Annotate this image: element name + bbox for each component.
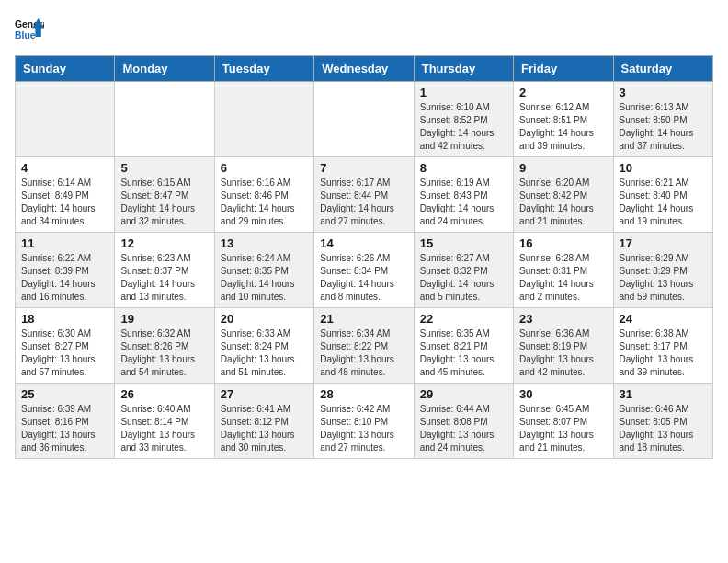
weekday-header-friday: Friday xyxy=(514,56,613,82)
calendar-day-cell: 27Sunrise: 6:41 AM Sunset: 8:12 PM Dayli… xyxy=(214,384,313,459)
day-number: 3 xyxy=(620,86,707,99)
day-info: Sunrise: 6:16 AM Sunset: 8:46 PM Dayligh… xyxy=(221,177,308,228)
calendar-day-cell: 4Sunrise: 6:14 AM Sunset: 8:49 PM Daylig… xyxy=(16,157,115,233)
day-number: 9 xyxy=(519,161,607,175)
calendar-day-cell: 11Sunrise: 6:22 AM Sunset: 8:39 PM Dayli… xyxy=(16,233,115,308)
calendar-day-cell: 31Sunrise: 6:46 AM Sunset: 8:05 PM Dayli… xyxy=(613,384,712,459)
day-number: 6 xyxy=(221,161,308,175)
day-info: Sunrise: 6:22 AM Sunset: 8:39 PM Dayligh… xyxy=(21,252,108,304)
calendar-day-cell: 7Sunrise: 6:17 AM Sunset: 8:44 PM Daylig… xyxy=(314,157,414,233)
weekday-header-monday: Monday xyxy=(115,56,214,82)
header: General Blue xyxy=(15,15,713,44)
day-info: Sunrise: 6:36 AM Sunset: 8:19 PM Dayligh… xyxy=(519,327,607,379)
calendar-header-row: SundayMondayTuesdayWednesdayThursdayFrid… xyxy=(16,56,713,82)
day-info: Sunrise: 6:12 AM Sunset: 8:51 PM Dayligh… xyxy=(519,101,607,153)
svg-text:Blue: Blue xyxy=(15,30,36,40)
day-number: 20 xyxy=(221,312,308,326)
day-number: 22 xyxy=(420,312,507,326)
day-number: 23 xyxy=(519,312,607,326)
day-info: Sunrise: 6:15 AM Sunset: 8:47 PM Dayligh… xyxy=(120,177,208,228)
logo-icon: General Blue xyxy=(15,15,44,44)
day-info: Sunrise: 6:21 AM Sunset: 8:40 PM Dayligh… xyxy=(620,177,707,228)
day-number: 4 xyxy=(21,161,108,175)
day-number: 10 xyxy=(620,161,707,175)
day-number: 29 xyxy=(420,387,507,401)
calendar-day-cell xyxy=(314,82,414,157)
calendar-day-cell: 1Sunrise: 6:10 AM Sunset: 8:52 PM Daylig… xyxy=(414,82,513,157)
day-number: 27 xyxy=(221,387,308,401)
day-info: Sunrise: 6:45 AM Sunset: 8:07 PM Dayligh… xyxy=(519,403,607,454)
calendar-day-cell: 12Sunrise: 6:23 AM Sunset: 8:37 PM Dayli… xyxy=(115,233,214,308)
calendar-day-cell: 6Sunrise: 6:16 AM Sunset: 8:46 PM Daylig… xyxy=(214,157,313,233)
day-number: 18 xyxy=(21,312,108,326)
calendar-week-row: 25Sunrise: 6:39 AM Sunset: 8:16 PM Dayli… xyxy=(16,384,713,459)
day-info: Sunrise: 6:10 AM Sunset: 8:52 PM Dayligh… xyxy=(420,101,507,153)
day-info: Sunrise: 6:29 AM Sunset: 8:29 PM Dayligh… xyxy=(620,252,707,304)
day-info: Sunrise: 6:14 AM Sunset: 8:49 PM Dayligh… xyxy=(21,177,108,228)
calendar-day-cell: 22Sunrise: 6:35 AM Sunset: 8:21 PM Dayli… xyxy=(414,308,513,384)
day-info: Sunrise: 6:33 AM Sunset: 8:24 PM Dayligh… xyxy=(221,327,308,379)
calendar-day-cell: 9Sunrise: 6:20 AM Sunset: 8:42 PM Daylig… xyxy=(514,157,613,233)
calendar-day-cell xyxy=(214,82,313,157)
day-number: 8 xyxy=(420,161,507,175)
calendar-day-cell: 15Sunrise: 6:27 AM Sunset: 8:32 PM Dayli… xyxy=(414,233,513,308)
calendar-day-cell: 26Sunrise: 6:40 AM Sunset: 8:14 PM Dayli… xyxy=(115,384,214,459)
day-info: Sunrise: 6:19 AM Sunset: 8:43 PM Dayligh… xyxy=(420,177,507,228)
calendar-day-cell: 28Sunrise: 6:42 AM Sunset: 8:10 PM Dayli… xyxy=(314,384,414,459)
day-number: 14 xyxy=(320,236,407,250)
calendar-week-row: 18Sunrise: 6:30 AM Sunset: 8:27 PM Dayli… xyxy=(16,308,713,384)
weekday-header-tuesday: Tuesday xyxy=(214,56,313,82)
day-number: 15 xyxy=(420,236,507,250)
calendar-day-cell: 10Sunrise: 6:21 AM Sunset: 8:40 PM Dayli… xyxy=(613,157,712,233)
day-number: 28 xyxy=(320,387,407,401)
day-info: Sunrise: 6:30 AM Sunset: 8:27 PM Dayligh… xyxy=(21,327,108,379)
day-number: 13 xyxy=(221,236,308,250)
day-info: Sunrise: 6:44 AM Sunset: 8:08 PM Dayligh… xyxy=(420,403,507,454)
calendar-day-cell: 23Sunrise: 6:36 AM Sunset: 8:19 PM Dayli… xyxy=(514,308,613,384)
calendar-day-cell: 13Sunrise: 6:24 AM Sunset: 8:35 PM Dayli… xyxy=(214,233,313,308)
day-number: 21 xyxy=(320,312,407,326)
day-info: Sunrise: 6:40 AM Sunset: 8:14 PM Dayligh… xyxy=(120,403,208,454)
calendar-table: SundayMondayTuesdayWednesdayThursdayFrid… xyxy=(15,55,713,459)
calendar-week-row: 4Sunrise: 6:14 AM Sunset: 8:49 PM Daylig… xyxy=(16,157,713,233)
day-number: 25 xyxy=(21,387,108,401)
calendar-day-cell: 19Sunrise: 6:32 AM Sunset: 8:26 PM Dayli… xyxy=(115,308,214,384)
day-number: 17 xyxy=(620,236,707,250)
calendar-day-cell: 21Sunrise: 6:34 AM Sunset: 8:22 PM Dayli… xyxy=(314,308,414,384)
day-info: Sunrise: 6:27 AM Sunset: 8:32 PM Dayligh… xyxy=(420,252,507,304)
day-info: Sunrise: 6:17 AM Sunset: 8:44 PM Dayligh… xyxy=(320,177,407,228)
day-number: 7 xyxy=(320,161,407,175)
day-info: Sunrise: 6:23 AM Sunset: 8:37 PM Dayligh… xyxy=(120,252,208,304)
calendar-week-row: 1Sunrise: 6:10 AM Sunset: 8:52 PM Daylig… xyxy=(16,82,713,157)
day-number: 12 xyxy=(120,236,208,250)
day-info: Sunrise: 6:39 AM Sunset: 8:16 PM Dayligh… xyxy=(21,403,108,454)
day-info: Sunrise: 6:13 AM Sunset: 8:50 PM Dayligh… xyxy=(620,101,707,153)
calendar-day-cell: 8Sunrise: 6:19 AM Sunset: 8:43 PM Daylig… xyxy=(414,157,513,233)
calendar-day-cell: 18Sunrise: 6:30 AM Sunset: 8:27 PM Dayli… xyxy=(16,308,115,384)
calendar-day-cell: 5Sunrise: 6:15 AM Sunset: 8:47 PM Daylig… xyxy=(115,157,214,233)
day-number: 26 xyxy=(120,387,208,401)
day-number: 1 xyxy=(420,86,507,99)
day-info: Sunrise: 6:38 AM Sunset: 8:17 PM Dayligh… xyxy=(620,327,707,379)
calendar-week-row: 11Sunrise: 6:22 AM Sunset: 8:39 PM Dayli… xyxy=(16,233,713,308)
weekday-header-wednesday: Wednesday xyxy=(314,56,414,82)
day-info: Sunrise: 6:32 AM Sunset: 8:26 PM Dayligh… xyxy=(120,327,208,379)
day-info: Sunrise: 6:41 AM Sunset: 8:12 PM Dayligh… xyxy=(221,403,308,454)
weekday-header-saturday: Saturday xyxy=(613,56,712,82)
logo: General Blue xyxy=(15,15,48,44)
calendar-day-cell: 30Sunrise: 6:45 AM Sunset: 8:07 PM Dayli… xyxy=(514,384,613,459)
day-number: 16 xyxy=(519,236,607,250)
calendar-day-cell: 14Sunrise: 6:26 AM Sunset: 8:34 PM Dayli… xyxy=(314,233,414,308)
day-info: Sunrise: 6:35 AM Sunset: 8:21 PM Dayligh… xyxy=(420,327,507,379)
day-number: 31 xyxy=(620,387,707,401)
calendar-day-cell: 16Sunrise: 6:28 AM Sunset: 8:31 PM Dayli… xyxy=(514,233,613,308)
calendar-day-cell: 20Sunrise: 6:33 AM Sunset: 8:24 PM Dayli… xyxy=(214,308,313,384)
calendar-day-cell: 29Sunrise: 6:44 AM Sunset: 8:08 PM Dayli… xyxy=(414,384,513,459)
day-number: 19 xyxy=(120,312,208,326)
weekday-header-sunday: Sunday xyxy=(16,56,115,82)
calendar-day-cell: 2Sunrise: 6:12 AM Sunset: 8:51 PM Daylig… xyxy=(514,82,613,157)
calendar-day-cell: 17Sunrise: 6:29 AM Sunset: 8:29 PM Dayli… xyxy=(613,233,712,308)
day-info: Sunrise: 6:20 AM Sunset: 8:42 PM Dayligh… xyxy=(519,177,607,228)
calendar-day-cell xyxy=(115,82,214,157)
day-info: Sunrise: 6:46 AM Sunset: 8:05 PM Dayligh… xyxy=(620,403,707,454)
